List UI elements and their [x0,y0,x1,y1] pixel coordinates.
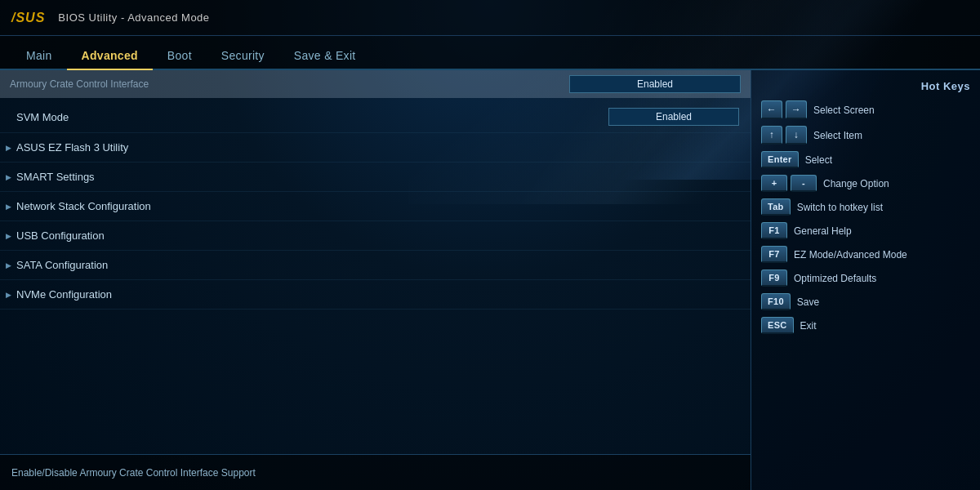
key-btn[interactable]: Enter [761,151,799,168]
key-btn[interactable]: ESC [761,317,794,334]
menu-row-network-stack[interactable]: Network Stack Configuration [0,192,751,221]
menu-row-svm-mode[interactable]: SVM ModeEnabled [0,101,751,133]
key-btn[interactable]: Tab [761,198,791,216]
hotkey-keys: F9 [761,270,787,287]
hotkey-row: TabSwitch to hotkey list [761,198,970,216]
hotkey-desc: Optimized Defaults [794,273,970,284]
key-btn[interactable]: ← [761,100,782,119]
hotkey-row: ESCExit [761,317,970,334]
hotkey-desc: Change Option [823,178,970,189]
menu-label-asus-ez-flash: ASUS EZ Flash 3 Utility [16,141,739,154]
selected-row-label: Armoury Crate Control Interface [10,78,569,90]
menu-label-svm-mode: SVM Mode [16,111,608,123]
asus-logo: /SUS [11,11,45,25]
key-btn[interactable]: F1 [761,222,787,239]
key-btn[interactable]: F7 [761,246,787,263]
hotkey-keys: Enter [761,151,799,168]
hotkey-keys: Tab [761,198,791,216]
key-btn[interactable]: + [761,175,787,192]
hotkey-row: EnterSelect [761,151,970,168]
hotkey-row: F7EZ Mode/Advanced Mode [761,246,970,263]
key-btn[interactable]: ↓ [786,126,807,145]
hotkey-desc: Switch to hotkey list [797,202,970,213]
hotkey-desc: General Help [794,225,970,237]
menu-row-nvme-config[interactable]: NVMe Configuration [0,280,751,310]
hotkey-desc: EZ Mode/Advanced Mode [794,249,970,261]
hotkey-row: F9Optimized Defaults [761,270,970,287]
menu-row-sata-config[interactable]: SATA Configuration [0,251,751,280]
content-area: Armoury Crate Control Interface Enabled … [0,70,751,490]
hotkeys-panel: Hot Keys ←→Select Screen↑↓Select ItemEnt… [751,70,980,490]
status-text: Enable/Disable Armoury Crate Control Int… [11,467,256,479]
menu-row-usb-config[interactable]: USB Configuration [0,221,751,251]
hotkey-desc: Select Screen [813,105,970,116]
menu-label-network-stack: Network Stack Configuration [16,200,739,212]
hotkey-desc: Save [797,296,970,308]
hotkey-keys: ESC [761,317,794,334]
hotkey-keys: F7 [761,246,787,263]
hotkey-row: F1General Help [761,222,970,239]
key-btn[interactable]: F10 [761,293,791,310]
key-btn[interactable]: - [791,175,817,192]
hotkeys-list: ←→Select Screen↑↓Select ItemEnterSelect+… [761,100,970,341]
nav-item-advanced[interactable]: Advanced [67,44,153,70]
menu-label-sata-config: SATA Configuration [16,259,739,271]
menu-items: SVM ModeEnabledASUS EZ Flash 3 UtilitySM… [0,98,751,454]
header-title: BIOS Utility - Advanced Mode [58,11,209,24]
asus-logo-text: /SUS [11,11,45,25]
menu-label-usb-config: USB Configuration [16,229,739,242]
hotkey-keys: ←→ [761,100,807,119]
hotkey-row: +-Change Option [761,175,970,192]
nav-item-main[interactable]: Main [11,44,67,70]
selected-row-value[interactable]: Enabled [569,75,741,93]
main-area: Armoury Crate Control Interface Enabled … [0,70,980,490]
menu-row-asus-ez-flash[interactable]: ASUS EZ Flash 3 Utility [0,133,751,163]
menu-label-nvme-config: NVMe Configuration [16,288,739,301]
hotkey-row: ↑↓Select Item [761,126,970,145]
hotkey-row: F10Save [761,293,970,310]
menu-row-smart-settings[interactable]: SMART Settings [0,163,751,192]
status-bar: Enable/Disable Armoury Crate Control Int… [0,454,751,490]
nav-item-save-exit[interactable]: Save & Exit [279,44,371,70]
hotkey-desc: Select [805,154,970,166]
key-btn[interactable]: → [786,100,807,119]
menu-value-svm-mode[interactable]: Enabled [608,108,739,126]
hotkey-keys: F10 [761,293,791,310]
hotkey-keys: ↑↓ [761,126,807,145]
hotkey-keys: F1 [761,222,787,239]
header: /SUS BIOS Utility - Advanced Mode [0,0,980,36]
hotkeys-title: Hot Keys [761,77,970,100]
key-btn[interactable]: ↑ [761,126,782,145]
hotkey-keys: +- [761,175,817,192]
selected-row: Armoury Crate Control Interface Enabled [0,70,751,98]
hotkey-desc: Select Item [813,130,970,141]
key-btn[interactable]: F9 [761,270,787,287]
nav-item-boot[interactable]: Boot [153,44,207,70]
hotkey-desc: Exit [800,320,970,332]
nav-item-security[interactable]: Security [207,44,279,70]
menu-label-smart-settings: SMART Settings [16,171,739,183]
hotkey-row: ←→Select Screen [761,100,970,119]
